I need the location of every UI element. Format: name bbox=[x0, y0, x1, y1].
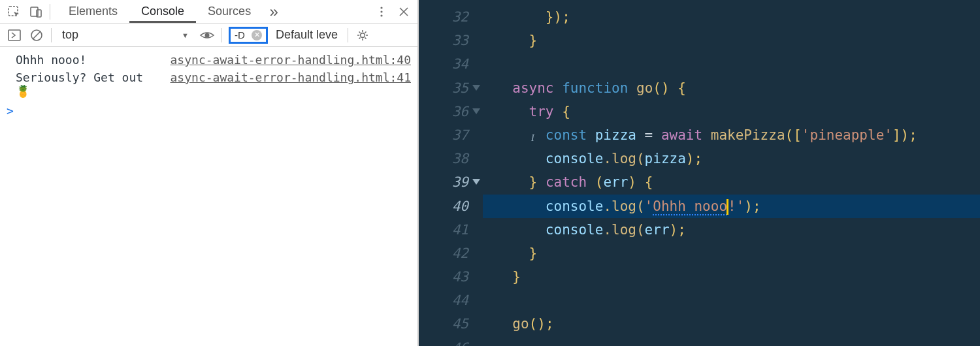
line-number[interactable]: 44 bbox=[419, 289, 468, 312]
devtools-panel: Elements Console Sources » top ▼ bbox=[0, 0, 419, 346]
line-number[interactable]: 40 bbox=[419, 195, 468, 218]
log-source-link[interactable]: async-await-error-handling.html:40 bbox=[171, 53, 411, 67]
svg-point-5 bbox=[380, 14, 382, 16]
inspect-element-icon[interactable] bbox=[3, 1, 25, 23]
more-tabs-icon[interactable]: » bbox=[263, 1, 285, 23]
divider bbox=[50, 4, 50, 20]
divider bbox=[51, 28, 52, 42]
log-message: Seriously? Get out 🍍 bbox=[16, 71, 146, 98]
line-number[interactable]: 39 bbox=[419, 170, 468, 194]
line-number[interactable]: 32 bbox=[419, 5, 468, 29]
svg-point-9 bbox=[361, 33, 365, 37]
tab-console[interactable]: Console bbox=[129, 0, 196, 23]
console-sidebar-toggle-icon[interactable] bbox=[4, 25, 25, 46]
log-message: Ohhh nooo! bbox=[16, 53, 146, 67]
code-view[interactable]: }); } async function go() { try { I cons… bbox=[483, 0, 980, 346]
filter-clear-icon[interactable]: ✕ bbox=[252, 30, 262, 40]
line-number[interactable]: 35 bbox=[419, 76, 468, 100]
console-settings-icon[interactable] bbox=[352, 25, 373, 46]
kebab-menu-icon[interactable] bbox=[370, 1, 393, 23]
line-number[interactable]: 45 bbox=[419, 312, 468, 336]
code-editor: 32 33 34 35 36 37 38 39 40 41 42 43 44 4… bbox=[419, 0, 980, 346]
log-level-selector[interactable]: Default leve bbox=[272, 28, 344, 42]
line-number[interactable]: 43 bbox=[419, 265, 468, 289]
chevron-down-icon: ▼ bbox=[182, 31, 189, 39]
line-number[interactable]: 34 bbox=[419, 52, 468, 76]
console-log-entry: Seriously? Get out 🍍 async-await-error-h… bbox=[0, 69, 417, 100]
line-number[interactable]: 36 bbox=[419, 100, 468, 123]
line-number[interactable]: 42 bbox=[419, 242, 468, 265]
line-number[interactable]: 38 bbox=[419, 147, 468, 170]
clear-console-icon[interactable] bbox=[26, 25, 47, 46]
live-expression-icon[interactable] bbox=[197, 25, 218, 46]
divider bbox=[221, 28, 222, 42]
log-source-link[interactable]: async-await-error-handling.html:41 bbox=[171, 71, 411, 84]
close-devtools-icon[interactable] bbox=[393, 1, 415, 23]
device-toggle-icon[interactable] bbox=[25, 1, 47, 23]
filter-text: -D bbox=[235, 29, 245, 40]
console-filter-input[interactable]: -D ✕ bbox=[229, 27, 268, 44]
divider bbox=[348, 28, 348, 42]
console-prompt[interactable]: > bbox=[0, 100, 417, 121]
devtools-tab-bar: Elements Console Sources » bbox=[0, 0, 417, 24]
context-label: top bbox=[62, 28, 78, 42]
console-output: Ohhh nooo! async-await-error-handling.ht… bbox=[0, 47, 417, 346]
svg-point-3 bbox=[380, 7, 382, 8]
tab-elements[interactable]: Elements bbox=[57, 0, 129, 23]
line-number-gutter: 32 33 34 35 36 37 38 39 40 41 42 43 44 4… bbox=[419, 0, 483, 346]
line-number[interactable]: 41 bbox=[419, 218, 468, 242]
line-number[interactable]: 37 bbox=[419, 123, 468, 147]
svg-point-4 bbox=[380, 10, 382, 12]
execution-context-selector[interactable]: top ▼ bbox=[56, 27, 195, 43]
line-number[interactable]: 33 bbox=[419, 29, 468, 52]
tab-list: Elements Console Sources bbox=[57, 0, 263, 23]
tab-sources[interactable]: Sources bbox=[196, 0, 263, 23]
svg-point-8 bbox=[205, 33, 210, 37]
line-number[interactable]: 46 bbox=[419, 336, 468, 346]
console-toolbar: top ▼ -D ✕ Default leve bbox=[0, 24, 417, 47]
console-log-entry: Ohhh nooo! async-await-error-handling.ht… bbox=[0, 51, 417, 69]
